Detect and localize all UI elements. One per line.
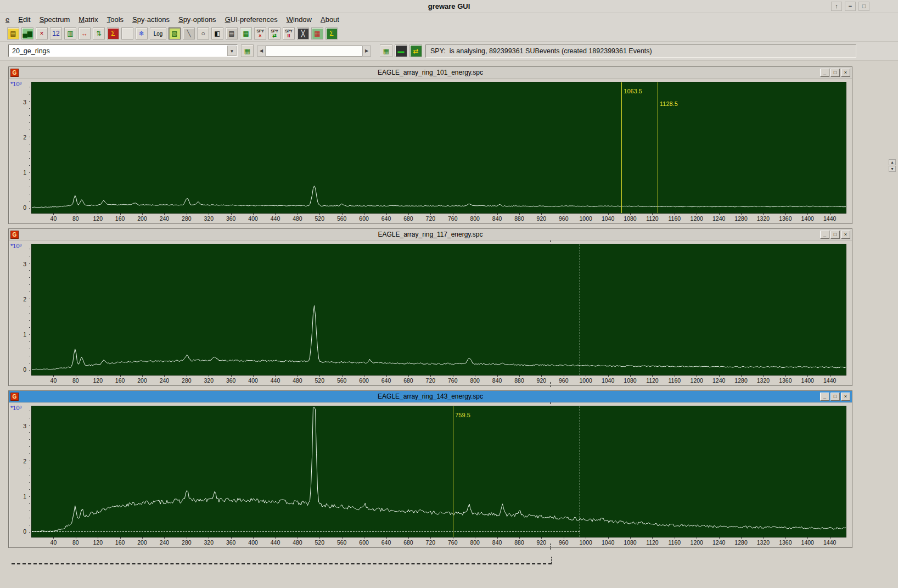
window-menu-icon[interactable]: G	[10, 393, 19, 401]
clear-matrix-icon[interactable]: ╳	[297, 27, 309, 40]
maximize-button[interactable]: □	[858, 2, 869, 11]
x-tick-label: 640	[377, 539, 396, 546]
spy-stop-icon-sub-glyph: ×	[259, 33, 261, 38]
x-tick-label: 40	[44, 539, 63, 546]
chevron-down-icon[interactable]: ▼	[227, 46, 237, 56]
spectrum-combo[interactable]: 20_ge_rings ▼	[8, 44, 238, 57]
spy-pause-icon-sub-glyph: II	[287, 33, 290, 38]
x-tick-label: 1320	[754, 215, 772, 222]
scrollbar-track[interactable]	[266, 46, 362, 57]
maximize-button[interactable]: □	[830, 69, 840, 77]
menu-item-spy-options[interactable]: Spy-options	[174, 14, 221, 25]
y-axis-scale-label: *10³	[10, 243, 21, 249]
x-tick-label: 120	[88, 215, 107, 222]
y-tick-label: 0	[14, 366, 26, 373]
x-tick-label: 960	[554, 215, 573, 222]
menu-item-edit[interactable]: Edit	[14, 14, 35, 25]
x-tick-label: 520	[310, 215, 329, 222]
menu-item-e[interactable]: e	[1, 14, 14, 25]
scroll-down-arrow[interactable]: ▼	[889, 166, 896, 172]
y-tick-label: 0	[14, 204, 26, 211]
invert-contrast-icon[interactable]: ◧	[211, 27, 223, 40]
x-tick-label: 1200	[687, 539, 706, 546]
plot-area[interactable]: 1063.51128.5	[31, 82, 846, 214]
minimize-button[interactable]: _	[820, 69, 829, 77]
plot-area[interactable]	[31, 244, 846, 376]
menubar: eEditSpectrumMatrixToolsSpy-actionsSpy-o…	[0, 13, 898, 26]
app-titlebar[interactable]: greware GUI ↑−□	[0, 0, 898, 13]
plot-wrap: *10³ 3210	[9, 241, 852, 376]
minimize-button[interactable]: −	[845, 2, 856, 11]
blank-icon[interactable]	[121, 27, 133, 40]
menu-item-gui-preferences[interactable]: GUI-preferences	[221, 14, 282, 25]
spy-stop-icon[interactable]: SPY×	[254, 27, 266, 40]
marker-label: 1128.5	[660, 100, 678, 107]
x-tick-label: 1240	[710, 215, 728, 222]
cursor-line	[580, 244, 580, 375]
x-tick-label: 1080	[621, 377, 639, 384]
shade-button[interactable]: ↑	[831, 2, 842, 11]
menu-item-tools[interactable]: Tools	[103, 14, 128, 25]
spectrum-window-3: G EAGLE_array_ring_143_energy.spc _□× *1…	[8, 390, 852, 548]
close-button[interactable]: ×	[841, 231, 850, 239]
spy-pause-icon[interactable]: SPYII	[283, 27, 295, 40]
spectrum-scrollbar[interactable]: ◀ ▶	[257, 46, 371, 57]
spy-start-icon[interactable]: SPY⇄	[268, 27, 280, 40]
maximize-button[interactable]: □	[830, 393, 840, 401]
window-titlebar[interactable]: G EAGLE_array_ring_101_energy.spc _□×	[9, 67, 852, 79]
scroll-up-arrow[interactable]: ▲	[889, 159, 896, 165]
swap-windows-button[interactable]: ⇄	[409, 44, 422, 57]
x-tick-label: 960	[554, 539, 573, 546]
window-titlebar[interactable]: G EAGLE_array_ring_143_energy.spc _□×	[9, 391, 852, 402]
display-spectrum-icon[interactable]: ▄▆	[21, 27, 33, 40]
overlay-mode-icon[interactable]: ▧	[169, 27, 181, 40]
window-menu-icon[interactable]: G	[10, 69, 19, 77]
plot-area[interactable]: 759.5	[31, 406, 846, 537]
menu-item-window[interactable]: Window	[282, 14, 316, 25]
window-title: EAGLE_array_ring_101_energy.spc	[9, 69, 852, 76]
shift-spectrum-icon[interactable]: ⇅	[93, 27, 105, 40]
matrix-display-icon[interactable]: ▦	[311, 27, 323, 40]
y-tick-label: 1	[14, 493, 26, 500]
scroll-right-button[interactable]: ▶	[362, 46, 371, 57]
sum-region-icon[interactable]: Σ	[107, 27, 119, 40]
menu-item-spy-actions[interactable]: Spy-actions	[128, 14, 174, 25]
delete-spectrum-icon[interactable]: ×	[36, 27, 48, 40]
x-tick-label: 1400	[798, 539, 817, 546]
minimize-button[interactable]: _	[820, 231, 829, 239]
y-tick-label: 0	[14, 528, 26, 535]
y-tick-marks	[29, 249, 30, 371]
window-titlebar[interactable]: G EAGLE_array_ring_117_energy.spc _□×	[9, 229, 852, 240]
tile-windows-button[interactable]: ▦	[380, 44, 392, 57]
freeze-display-icon[interactable]: ❄	[136, 27, 148, 40]
menu-item-about[interactable]: About	[316, 14, 344, 25]
close-button[interactable]: ×	[841, 393, 850, 401]
print-icon[interactable]: ▤	[226, 27, 238, 40]
x-tick-label: 880	[510, 215, 529, 222]
combo-edit-button[interactable]: ▦	[241, 44, 254, 57]
close-button[interactable]: ×	[841, 69, 850, 77]
maximize-button[interactable]: □	[830, 231, 840, 239]
window-menu-icon[interactable]: G	[10, 231, 19, 239]
sum-all-icon[interactable]: Σ	[325, 27, 338, 40]
menu-item-spectrum[interactable]: Spectrum	[35, 14, 75, 25]
x-tick-label: 320	[199, 539, 218, 546]
log-scale-button[interactable]: Log	[150, 27, 166, 40]
single-window-button[interactable]: ▬	[395, 44, 407, 57]
calibration-icon-glyph: 12	[52, 30, 59, 37]
scroll-left-button[interactable]: ◀	[257, 46, 266, 57]
menu-item-matrix[interactable]: Matrix	[74, 14, 102, 25]
background-line-icon[interactable]: ╲	[183, 27, 195, 40]
spreadsheet-icon[interactable]: ▦	[240, 27, 252, 40]
x-tick-label: 40	[44, 215, 63, 222]
x-tick-label: 440	[266, 215, 284, 222]
crosshair-tick	[550, 240, 551, 245]
calibration-icon[interactable]: 12	[50, 27, 62, 40]
minimize-button[interactable]: _	[820, 393, 829, 401]
zoom-icon[interactable]: ○	[197, 27, 209, 40]
expand-x-icon[interactable]: ↔	[78, 27, 91, 40]
x-tick-label: 160	[111, 215, 130, 222]
open-spectrum-icon[interactable]: ▤	[7, 27, 19, 40]
multi-spectra-icon[interactable]: ▥	[64, 27, 76, 40]
x-tick-label: 1160	[665, 377, 684, 384]
